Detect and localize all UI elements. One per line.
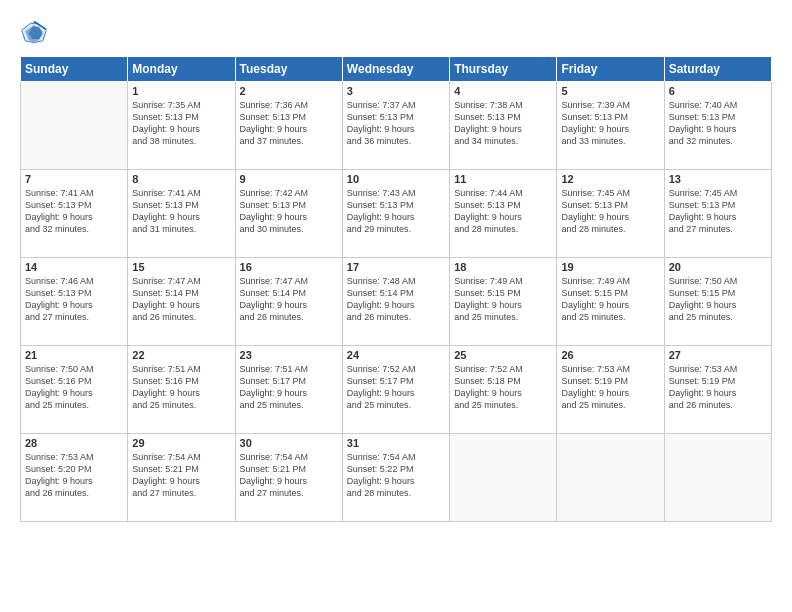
day-number: 10	[347, 173, 445, 185]
calendar-cell: 25Sunrise: 7:52 AM Sunset: 5:18 PM Dayli…	[450, 346, 557, 434]
calendar-cell: 20Sunrise: 7:50 AM Sunset: 5:15 PM Dayli…	[664, 258, 771, 346]
cell-info: Sunrise: 7:36 AM Sunset: 5:13 PM Dayligh…	[240, 99, 338, 148]
day-header-friday: Friday	[557, 57, 664, 82]
day-number: 26	[561, 349, 659, 361]
day-number: 6	[669, 85, 767, 97]
cell-info: Sunrise: 7:37 AM Sunset: 5:13 PM Dayligh…	[347, 99, 445, 148]
page: SundayMondayTuesdayWednesdayThursdayFrid…	[0, 0, 792, 612]
day-header-monday: Monday	[128, 57, 235, 82]
calendar-cell: 10Sunrise: 7:43 AM Sunset: 5:13 PM Dayli…	[342, 170, 449, 258]
header	[20, 18, 772, 46]
calendar-cell: 29Sunrise: 7:54 AM Sunset: 5:21 PM Dayli…	[128, 434, 235, 522]
day-header-saturday: Saturday	[664, 57, 771, 82]
calendar-cell: 7Sunrise: 7:41 AM Sunset: 5:13 PM Daylig…	[21, 170, 128, 258]
cell-info: Sunrise: 7:53 AM Sunset: 5:19 PM Dayligh…	[669, 363, 767, 412]
day-number: 1	[132, 85, 230, 97]
calendar-cell: 6Sunrise: 7:40 AM Sunset: 5:13 PM Daylig…	[664, 82, 771, 170]
calendar-table: SundayMondayTuesdayWednesdayThursdayFrid…	[20, 56, 772, 522]
logo-icon	[20, 18, 48, 46]
cell-info: Sunrise: 7:42 AM Sunset: 5:13 PM Dayligh…	[240, 187, 338, 236]
cell-info: Sunrise: 7:48 AM Sunset: 5:14 PM Dayligh…	[347, 275, 445, 324]
calendar-cell: 12Sunrise: 7:45 AM Sunset: 5:13 PM Dayli…	[557, 170, 664, 258]
calendar-cell: 11Sunrise: 7:44 AM Sunset: 5:13 PM Dayli…	[450, 170, 557, 258]
week-row: 1Sunrise: 7:35 AM Sunset: 5:13 PM Daylig…	[21, 82, 772, 170]
calendar-cell	[450, 434, 557, 522]
day-number: 31	[347, 437, 445, 449]
cell-info: Sunrise: 7:50 AM Sunset: 5:15 PM Dayligh…	[669, 275, 767, 324]
day-number: 27	[669, 349, 767, 361]
cell-info: Sunrise: 7:41 AM Sunset: 5:13 PM Dayligh…	[132, 187, 230, 236]
day-number: 30	[240, 437, 338, 449]
calendar-cell: 13Sunrise: 7:45 AM Sunset: 5:13 PM Dayli…	[664, 170, 771, 258]
day-number: 4	[454, 85, 552, 97]
cell-info: Sunrise: 7:52 AM Sunset: 5:17 PM Dayligh…	[347, 363, 445, 412]
day-header-tuesday: Tuesday	[235, 57, 342, 82]
cell-info: Sunrise: 7:41 AM Sunset: 5:13 PM Dayligh…	[25, 187, 123, 236]
cell-info: Sunrise: 7:51 AM Sunset: 5:16 PM Dayligh…	[132, 363, 230, 412]
day-number: 19	[561, 261, 659, 273]
day-number: 11	[454, 173, 552, 185]
calendar-cell: 26Sunrise: 7:53 AM Sunset: 5:19 PM Dayli…	[557, 346, 664, 434]
calendar-cell: 16Sunrise: 7:47 AM Sunset: 5:14 PM Dayli…	[235, 258, 342, 346]
cell-info: Sunrise: 7:49 AM Sunset: 5:15 PM Dayligh…	[561, 275, 659, 324]
calendar-cell	[557, 434, 664, 522]
cell-info: Sunrise: 7:46 AM Sunset: 5:13 PM Dayligh…	[25, 275, 123, 324]
cell-info: Sunrise: 7:51 AM Sunset: 5:17 PM Dayligh…	[240, 363, 338, 412]
day-number: 2	[240, 85, 338, 97]
calendar-cell: 5Sunrise: 7:39 AM Sunset: 5:13 PM Daylig…	[557, 82, 664, 170]
calendar-cell: 27Sunrise: 7:53 AM Sunset: 5:19 PM Dayli…	[664, 346, 771, 434]
calendar-cell: 24Sunrise: 7:52 AM Sunset: 5:17 PM Dayli…	[342, 346, 449, 434]
day-number: 22	[132, 349, 230, 361]
calendar-cell: 28Sunrise: 7:53 AM Sunset: 5:20 PM Dayli…	[21, 434, 128, 522]
day-number: 3	[347, 85, 445, 97]
calendar-cell: 15Sunrise: 7:47 AM Sunset: 5:14 PM Dayli…	[128, 258, 235, 346]
calendar-cell: 1Sunrise: 7:35 AM Sunset: 5:13 PM Daylig…	[128, 82, 235, 170]
cell-info: Sunrise: 7:50 AM Sunset: 5:16 PM Dayligh…	[25, 363, 123, 412]
calendar-cell: 22Sunrise: 7:51 AM Sunset: 5:16 PM Dayli…	[128, 346, 235, 434]
day-number: 15	[132, 261, 230, 273]
cell-info: Sunrise: 7:47 AM Sunset: 5:14 PM Dayligh…	[132, 275, 230, 324]
cell-info: Sunrise: 7:44 AM Sunset: 5:13 PM Dayligh…	[454, 187, 552, 236]
cell-info: Sunrise: 7:49 AM Sunset: 5:15 PM Dayligh…	[454, 275, 552, 324]
cell-info: Sunrise: 7:47 AM Sunset: 5:14 PM Dayligh…	[240, 275, 338, 324]
day-number: 8	[132, 173, 230, 185]
cell-info: Sunrise: 7:54 AM Sunset: 5:21 PM Dayligh…	[240, 451, 338, 500]
cell-info: Sunrise: 7:45 AM Sunset: 5:13 PM Dayligh…	[669, 187, 767, 236]
calendar-body: 1Sunrise: 7:35 AM Sunset: 5:13 PM Daylig…	[21, 82, 772, 522]
day-header-thursday: Thursday	[450, 57, 557, 82]
calendar-cell: 3Sunrise: 7:37 AM Sunset: 5:13 PM Daylig…	[342, 82, 449, 170]
day-number: 23	[240, 349, 338, 361]
day-number: 28	[25, 437, 123, 449]
header-row: SundayMondayTuesdayWednesdayThursdayFrid…	[21, 57, 772, 82]
day-number: 25	[454, 349, 552, 361]
cell-info: Sunrise: 7:45 AM Sunset: 5:13 PM Dayligh…	[561, 187, 659, 236]
calendar-cell: 4Sunrise: 7:38 AM Sunset: 5:13 PM Daylig…	[450, 82, 557, 170]
cell-info: Sunrise: 7:43 AM Sunset: 5:13 PM Dayligh…	[347, 187, 445, 236]
day-number: 29	[132, 437, 230, 449]
day-number: 17	[347, 261, 445, 273]
week-row: 14Sunrise: 7:46 AM Sunset: 5:13 PM Dayli…	[21, 258, 772, 346]
day-header-sunday: Sunday	[21, 57, 128, 82]
day-number: 21	[25, 349, 123, 361]
day-number: 14	[25, 261, 123, 273]
week-row: 7Sunrise: 7:41 AM Sunset: 5:13 PM Daylig…	[21, 170, 772, 258]
cell-info: Sunrise: 7:39 AM Sunset: 5:13 PM Dayligh…	[561, 99, 659, 148]
calendar-cell: 9Sunrise: 7:42 AM Sunset: 5:13 PM Daylig…	[235, 170, 342, 258]
calendar-cell: 2Sunrise: 7:36 AM Sunset: 5:13 PM Daylig…	[235, 82, 342, 170]
day-number: 9	[240, 173, 338, 185]
day-header-wednesday: Wednesday	[342, 57, 449, 82]
calendar-cell	[664, 434, 771, 522]
calendar-cell: 14Sunrise: 7:46 AM Sunset: 5:13 PM Dayli…	[21, 258, 128, 346]
week-row: 28Sunrise: 7:53 AM Sunset: 5:20 PM Dayli…	[21, 434, 772, 522]
cell-info: Sunrise: 7:53 AM Sunset: 5:19 PM Dayligh…	[561, 363, 659, 412]
day-number: 12	[561, 173, 659, 185]
day-number: 5	[561, 85, 659, 97]
calendar-cell: 30Sunrise: 7:54 AM Sunset: 5:21 PM Dayli…	[235, 434, 342, 522]
cell-info: Sunrise: 7:53 AM Sunset: 5:20 PM Dayligh…	[25, 451, 123, 500]
calendar-cell: 31Sunrise: 7:54 AM Sunset: 5:22 PM Dayli…	[342, 434, 449, 522]
day-number: 20	[669, 261, 767, 273]
cell-info: Sunrise: 7:40 AM Sunset: 5:13 PM Dayligh…	[669, 99, 767, 148]
week-row: 21Sunrise: 7:50 AM Sunset: 5:16 PM Dayli…	[21, 346, 772, 434]
calendar-cell	[21, 82, 128, 170]
day-number: 18	[454, 261, 552, 273]
